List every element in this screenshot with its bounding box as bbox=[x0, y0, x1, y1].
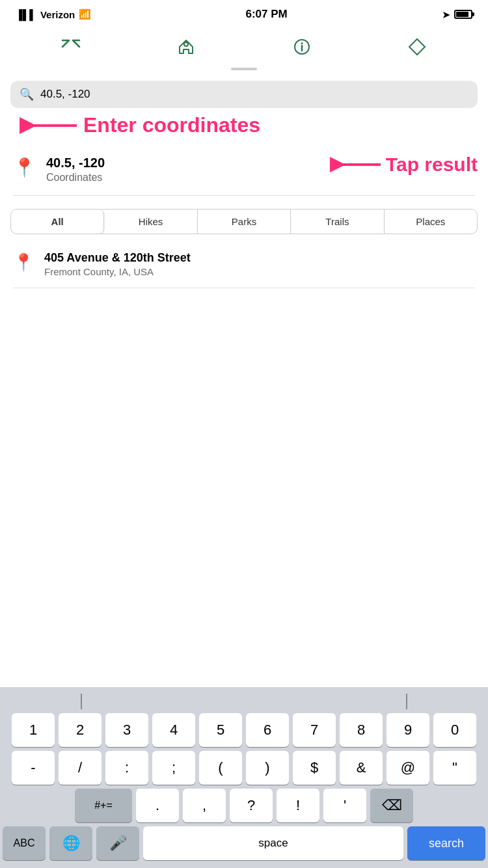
toolbar bbox=[0, 29, 488, 65]
wifi-icon: 📶 bbox=[79, 8, 91, 20]
search-bar[interactable]: 🔍 40.5, -120 bbox=[10, 81, 478, 108]
key-amp[interactable]: & bbox=[340, 751, 383, 785]
cursor-right bbox=[406, 694, 407, 709]
svg-marker-4 bbox=[409, 39, 425, 55]
keyboard-top-bar bbox=[3, 694, 485, 713]
key-6[interactable]: 6 bbox=[246, 713, 289, 747]
key-0[interactable]: 0 bbox=[433, 713, 476, 747]
address-text-group: 405 Avenue & 120th Street Fremont County… bbox=[44, 251, 475, 277]
address-title: 405 Avenue & 120th Street bbox=[44, 251, 475, 265]
tab-parks[interactable]: Parks bbox=[198, 210, 291, 234]
key-lparen[interactable]: ( bbox=[199, 751, 242, 785]
status-bar: ▐▌▌ Verizon 📶 6:07 PM ➤ bbox=[0, 0, 488, 29]
tap-result-label: Tap result bbox=[386, 154, 478, 176]
key-slash[interactable]: / bbox=[59, 751, 102, 785]
tap-result-annotation: Tap result bbox=[330, 153, 478, 176]
diamond-icon[interactable] bbox=[403, 33, 431, 61]
key-2[interactable]: 2 bbox=[59, 713, 102, 747]
filter-tabs: All Hikes Parks Trails Places bbox=[10, 209, 478, 234]
info-icon[interactable] bbox=[288, 33, 316, 61]
enter-coords-label: Enter coordinates bbox=[83, 113, 260, 137]
enter-coords-annotation: Enter coordinates bbox=[0, 113, 488, 144]
key-comma[interactable]: , bbox=[183, 789, 226, 822]
status-right: ➤ bbox=[442, 8, 472, 21]
address-pin-icon: 📍 bbox=[13, 252, 34, 273]
key-globe-icon[interactable]: 🌐 bbox=[49, 826, 92, 860]
misc-row: #+= . , ? ! ' ⌫ bbox=[3, 789, 485, 822]
signal-icon: ▐▌▌ bbox=[16, 9, 36, 20]
keyboard: 1 2 3 4 5 6 7 8 9 0 - / : ; ( ) $ & @ " … bbox=[0, 687, 488, 868]
key-semicolon[interactable]: ; bbox=[152, 751, 195, 785]
status-left: ▐▌▌ Verizon 📶 bbox=[16, 8, 91, 20]
search-input[interactable]: 40.5, -120 bbox=[40, 88, 468, 101]
coordinate-result-item[interactable]: 📍 40.5, -120 Coordinates Tap result bbox=[0, 144, 488, 195]
key-5[interactable]: 5 bbox=[199, 713, 242, 747]
svg-point-3 bbox=[301, 42, 303, 44]
key-at[interactable]: @ bbox=[386, 751, 429, 785]
cursor-left bbox=[81, 694, 82, 709]
carrier-label: Verizon bbox=[40, 9, 75, 20]
key-period[interactable]: . bbox=[136, 789, 179, 822]
home-icon[interactable] bbox=[172, 33, 200, 61]
divider-1 bbox=[13, 195, 475, 196]
key-exclaim[interactable]: ! bbox=[277, 789, 319, 822]
key-backspace[interactable]: ⌫ bbox=[370, 789, 413, 822]
key-8[interactable]: 8 bbox=[340, 713, 383, 747]
tab-all[interactable]: All bbox=[11, 210, 104, 234]
pin-icon: 📍 bbox=[13, 157, 36, 178]
key-quote[interactable]: " bbox=[433, 751, 476, 785]
svg-point-0 bbox=[184, 42, 188, 46]
symbol-row: - / : ; ( ) $ & @ " bbox=[3, 751, 485, 785]
arrow-left-icon bbox=[20, 114, 78, 137]
arrow-left-2-icon bbox=[330, 153, 382, 176]
drag-handle[interactable] bbox=[231, 68, 257, 70]
tab-trails[interactable]: Trails bbox=[291, 210, 384, 234]
key-9[interactable]: 9 bbox=[386, 713, 429, 747]
address-subtitle: Fremont County, IA, USA bbox=[44, 266, 475, 277]
key-mic-icon[interactable]: 🎤 bbox=[96, 826, 139, 860]
location-icon: ➤ bbox=[442, 8, 450, 21]
key-hashplus[interactable]: #+= bbox=[75, 789, 132, 822]
key-abc[interactable]: ABC bbox=[3, 826, 46, 860]
search-bar-container: 🔍 40.5, -120 bbox=[0, 75, 488, 113]
battery-icon bbox=[454, 10, 472, 19]
key-dollar[interactable]: $ bbox=[293, 751, 336, 785]
search-magnifier-icon: 🔍 bbox=[20, 87, 34, 102]
search-button[interactable]: search bbox=[407, 826, 485, 860]
key-7[interactable]: 7 bbox=[293, 713, 336, 747]
key-apostrophe[interactable]: ' bbox=[323, 789, 366, 822]
time-label: 6:07 PM bbox=[246, 8, 288, 21]
address-result-item[interactable]: 📍 405 Avenue & 120th Street Fremont Coun… bbox=[0, 241, 488, 288]
key-3[interactable]: 3 bbox=[105, 713, 148, 747]
bottom-row: ABC 🌐 🎤 space search bbox=[3, 826, 485, 860]
key-space[interactable]: space bbox=[143, 826, 403, 860]
key-minus[interactable]: - bbox=[12, 751, 55, 785]
key-question[interactable]: ? bbox=[230, 789, 273, 822]
key-1[interactable]: 1 bbox=[12, 713, 55, 747]
divider-2 bbox=[13, 288, 475, 288]
tab-hikes[interactable]: Hikes bbox=[104, 210, 197, 234]
key-4[interactable]: 4 bbox=[152, 713, 195, 747]
number-row: 1 2 3 4 5 6 7 8 9 0 bbox=[3, 713, 485, 747]
key-colon[interactable]: : bbox=[105, 751, 148, 785]
tab-places[interactable]: Places bbox=[385, 210, 477, 234]
expand-icon[interactable] bbox=[57, 33, 85, 61]
key-rparen[interactable]: ) bbox=[246, 751, 289, 785]
